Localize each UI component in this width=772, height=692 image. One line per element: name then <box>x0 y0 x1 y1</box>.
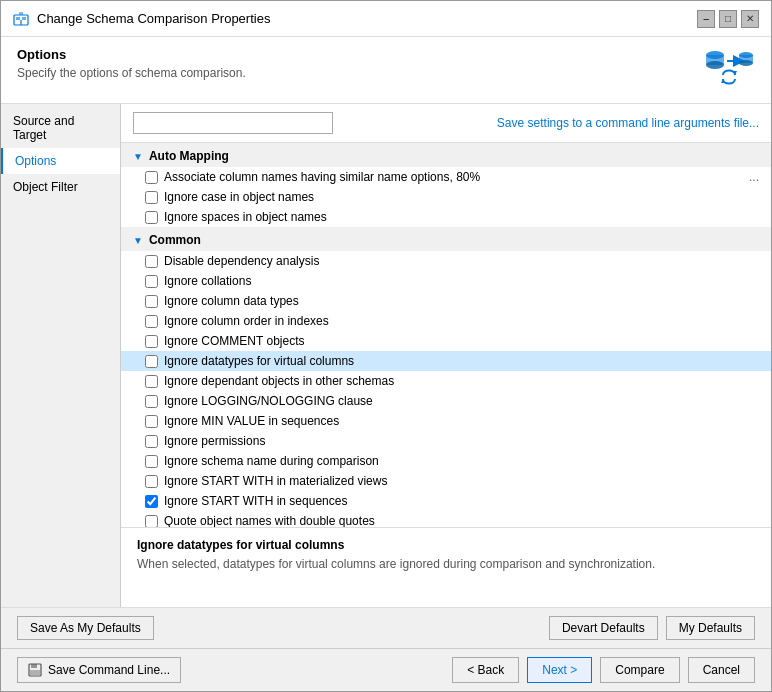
description-text: When selected, datatypes for virtual col… <box>137 556 755 573</box>
checkbox-auto3[interactable] <box>145 211 158 224</box>
checkbox-auto1[interactable] <box>145 171 158 184</box>
option-c11[interactable]: Ignore schema name during comparison <box>121 451 771 471</box>
title-buttons: ‒ □ ✕ <box>697 10 759 28</box>
option-c12[interactable]: Ignore START WITH in materialized views <box>121 471 771 491</box>
checkbox-c3[interactable] <box>145 295 158 308</box>
minimize-button[interactable]: ‒ <box>697 10 715 28</box>
footer-bar: Save Command Line... < Back Next > Compa… <box>1 648 771 691</box>
checkbox-c1[interactable] <box>145 255 158 268</box>
cancel-button[interactable]: Cancel <box>688 657 755 683</box>
dialog-window: Change Schema Comparison Properties ‒ □ … <box>0 0 772 692</box>
svg-rect-11 <box>30 670 40 675</box>
label-c4: Ignore column order in indexes <box>164 314 329 328</box>
svg-rect-1 <box>16 17 20 20</box>
option-c8[interactable]: Ignore LOGGING/NOLOGGING clause <box>121 391 771 411</box>
save-icon <box>28 663 42 677</box>
header-section: Options Specify the options of schema co… <box>1 37 771 104</box>
checkbox-c6[interactable] <box>145 355 158 368</box>
label-c5: Ignore COMMENT objects <box>164 334 305 348</box>
db-connect-icon <box>703 47 755 91</box>
description-section: Ignore datatypes for virtual columns Whe… <box>121 527 771 607</box>
defaults-bar: Save As My Defaults Devart Defaults My D… <box>1 607 771 648</box>
label-c3: Ignore column data types <box>164 294 299 308</box>
label-c14: Quote object names with double quotes <box>164 514 375 527</box>
checkbox-c10[interactable] <box>145 435 158 448</box>
devart-defaults-button[interactable]: Devart Defaults <box>549 616 658 640</box>
svg-point-8 <box>739 60 753 66</box>
label-auto3: Ignore spaces in object names <box>164 210 327 224</box>
label-c11: Ignore schema name during comparison <box>164 454 379 468</box>
option-auto2[interactable]: Ignore case in object names <box>121 187 771 207</box>
label-c8: Ignore LOGGING/NOLOGGING clause <box>164 394 373 408</box>
checkbox-c9[interactable] <box>145 415 158 428</box>
header-title: Options <box>17 47 246 62</box>
save-command-line-button[interactable]: Save Command Line... <box>17 657 181 683</box>
option-c5[interactable]: Ignore COMMENT objects <box>121 331 771 351</box>
search-input[interactable] <box>133 112 333 134</box>
title-bar: Change Schema Comparison Properties ‒ □ … <box>1 1 771 37</box>
option-c7[interactable]: Ignore dependant objects in other schema… <box>121 371 771 391</box>
label-auto1: Associate column names having similar na… <box>164 170 480 184</box>
maximize-button[interactable]: □ <box>719 10 737 28</box>
label-c7: Ignore dependant objects in other schema… <box>164 374 394 388</box>
content-area: Source and Target Options Object Filter … <box>1 104 771 607</box>
label-c1: Disable dependency analysis <box>164 254 319 268</box>
checkbox-c7[interactable] <box>145 375 158 388</box>
label-c6: Ignore datatypes for virtual columns <box>164 354 354 368</box>
option-c10[interactable]: Ignore permissions <box>121 431 771 451</box>
save-settings-link[interactable]: Save settings to a command line argument… <box>497 116 759 130</box>
checkbox-c12[interactable] <box>145 475 158 488</box>
dialog-title: Change Schema Comparison Properties <box>37 11 270 26</box>
dots-auto1: ... <box>749 170 759 184</box>
option-c4[interactable]: Ignore column order in indexes <box>121 311 771 331</box>
checkbox-c2[interactable] <box>145 275 158 288</box>
common-label: Common <box>149 233 201 247</box>
save-as-defaults-button[interactable]: Save As My Defaults <box>17 616 154 640</box>
checkbox-auto2[interactable] <box>145 191 158 204</box>
search-bar: Save settings to a command line argument… <box>121 104 771 143</box>
option-auto1[interactable]: Associate column names having similar na… <box>121 167 771 187</box>
common-section-header: ▼ Common <box>121 227 771 251</box>
description-title: Ignore datatypes for virtual columns <box>137 538 755 552</box>
option-auto3[interactable]: Ignore spaces in object names <box>121 207 771 227</box>
sidebar-item-source-target[interactable]: Source and Target <box>1 108 120 148</box>
dialog-icon <box>13 11 29 27</box>
label-c13: Ignore START WITH in sequences <box>164 494 347 508</box>
option-c3[interactable]: Ignore column data types <box>121 291 771 311</box>
option-c14[interactable]: Quote object names with double quotes <box>121 511 771 527</box>
option-c1[interactable]: Disable dependency analysis <box>121 251 771 271</box>
header-icon-area <box>703 47 755 91</box>
label-c10: Ignore permissions <box>164 434 265 448</box>
checkbox-c8[interactable] <box>145 395 158 408</box>
next-button[interactable]: Next > <box>527 657 592 683</box>
label-c2: Ignore collations <box>164 274 251 288</box>
svg-rect-2 <box>22 17 26 20</box>
common-arrow: ▼ <box>133 235 143 246</box>
sidebar: Source and Target Options Object Filter <box>1 104 121 607</box>
main-panel: Save settings to a command line argument… <box>121 104 771 607</box>
auto-mapping-label: Auto Mapping <box>149 149 229 163</box>
label-c9: Ignore MIN VALUE in sequences <box>164 414 339 428</box>
my-defaults-button[interactable]: My Defaults <box>666 616 755 640</box>
svg-rect-10 <box>31 664 37 668</box>
checkbox-c11[interactable] <box>145 455 158 468</box>
compare-button[interactable]: Compare <box>600 657 679 683</box>
checkbox-c14[interactable] <box>145 515 158 528</box>
header-subtitle: Specify the options of schema comparison… <box>17 66 246 80</box>
checkbox-c5[interactable] <box>145 335 158 348</box>
option-c13[interactable]: Ignore START WITH in sequences <box>121 491 771 511</box>
option-c9[interactable]: Ignore MIN VALUE in sequences <box>121 411 771 431</box>
auto-mapping-arrow: ▼ <box>133 151 143 162</box>
option-c6[interactable]: Ignore datatypes for virtual columns <box>121 351 771 371</box>
save-command-line-label: Save Command Line... <box>48 663 170 677</box>
label-auto2: Ignore case in object names <box>164 190 314 204</box>
option-c2[interactable]: Ignore collations <box>121 271 771 291</box>
auto-mapping-section-header: ▼ Auto Mapping <box>121 143 771 167</box>
close-button[interactable]: ✕ <box>741 10 759 28</box>
checkbox-c13[interactable] <box>145 495 158 508</box>
checkbox-c4[interactable] <box>145 315 158 328</box>
back-button[interactable]: < Back <box>452 657 519 683</box>
sidebar-item-object-filter[interactable]: Object Filter <box>1 174 120 200</box>
sidebar-item-options[interactable]: Options <box>1 148 120 174</box>
svg-point-5 <box>706 61 724 69</box>
